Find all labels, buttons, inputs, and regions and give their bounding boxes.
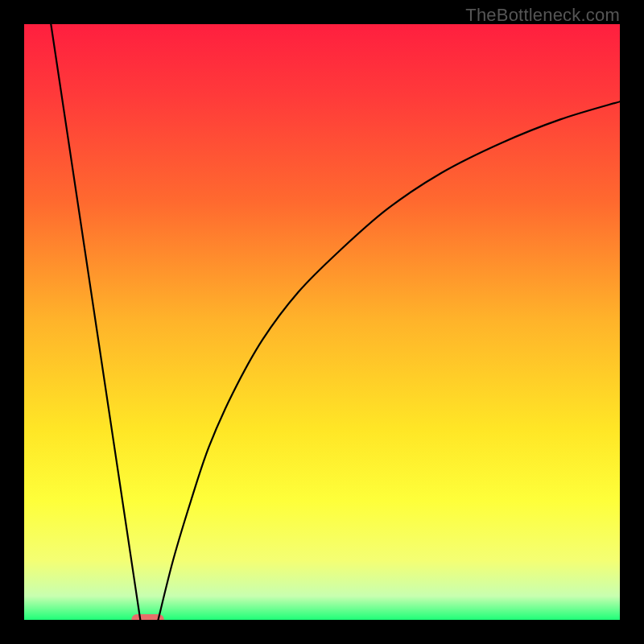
gradient-background: [24, 24, 620, 620]
plot-frame: [24, 24, 620, 620]
watermark: TheBottleneck.com: [465, 5, 620, 26]
bottleneck-chart: [24, 24, 620, 620]
